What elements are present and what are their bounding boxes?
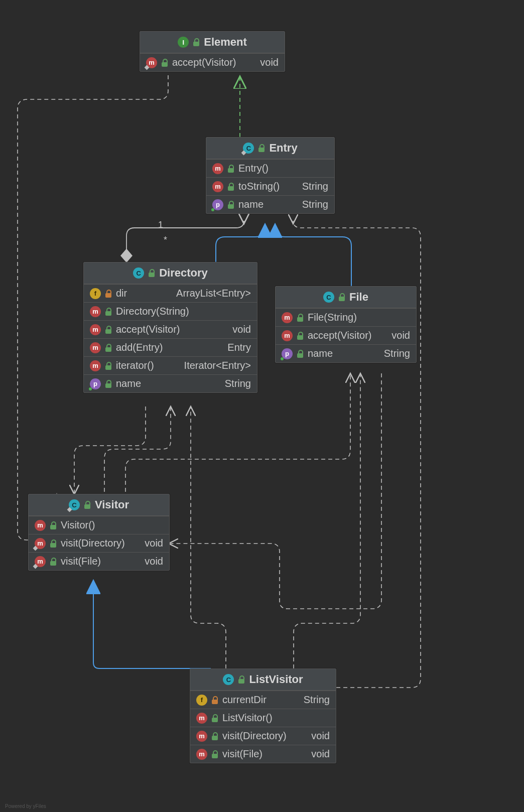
member-type: void — [260, 57, 279, 68]
method-icon: m — [282, 330, 293, 341]
lock-icon — [297, 350, 304, 358]
lock-icon — [105, 326, 112, 334]
class-header: C Directory — [84, 262, 257, 284]
method-icon: m — [90, 360, 101, 371]
uml-canvas: 1 * I Element m accept(Visitor) void C E… — [0, 0, 524, 812]
member-row: m visit(Directory) void — [29, 534, 169, 552]
lock-icon — [50, 539, 57, 548]
member-row: m add(Entry) Entry — [84, 338, 257, 356]
member-type: Entry — [227, 342, 251, 353]
footer-credit: Powered by yFiles — [5, 803, 46, 809]
class-name: File — [349, 291, 368, 304]
member-row: m accept(Visitor) void — [84, 320, 257, 338]
member-name: dir — [116, 288, 127, 299]
member-row: m visit(File) void — [190, 745, 336, 763]
member-name: Directory(String) — [116, 306, 189, 317]
method-icon: m — [90, 324, 101, 335]
member-row: f dir ArrayList<Entry> — [84, 284, 257, 302]
property-icon: p — [212, 199, 223, 210]
class-header: C File — [276, 287, 416, 308]
lock-icon — [84, 501, 91, 509]
member-name: toString() — [238, 181, 280, 192]
lock-icon — [297, 332, 304, 340]
class-icon: C — [323, 292, 334, 303]
multiplicity-one: 1 — [158, 220, 163, 230]
member-row: m toString() String — [206, 177, 334, 195]
class-file[interactable]: C File m File(String) m accept(Visitor) … — [275, 286, 417, 363]
member-row: p name String — [84, 374, 257, 392]
field-icon: f — [90, 288, 101, 299]
class-name: ListVisitor — [249, 673, 303, 686]
member-row: f currentDir String — [190, 691, 336, 709]
member-row: p name String — [276, 344, 416, 362]
lock-icon — [161, 59, 168, 67]
class-name: Entry — [269, 142, 297, 155]
member-row: p name String — [206, 195, 334, 213]
member-type: ArrayList<Entry> — [176, 288, 251, 299]
method-icon: m — [35, 520, 46, 531]
lock-icon — [238, 675, 245, 684]
member-name: add(Entry) — [116, 342, 163, 353]
class-icon: C — [69, 499, 80, 510]
member-row: m Visitor() — [29, 516, 169, 534]
lock-icon — [105, 308, 112, 316]
lock-icon — [148, 269, 155, 277]
member-name: accept(Visitor) — [172, 57, 236, 68]
member-type: String — [302, 181, 328, 192]
member-name: accept(Visitor) — [308, 330, 371, 341]
class-name: Directory — [159, 266, 208, 280]
class-entry[interactable]: C Entry m Entry() m toString() String p … — [206, 137, 335, 214]
lock-icon — [105, 290, 112, 298]
lock-icon — [227, 165, 234, 173]
lock-icon — [211, 696, 218, 704]
member-name: visit(File) — [222, 748, 263, 760]
member-type: Iterator<Entry> — [184, 360, 251, 371]
member-name: currentDir — [222, 694, 267, 706]
class-header: C Entry — [206, 138, 334, 159]
member-name: Entry() — [238, 163, 269, 174]
member-row: m iterator() Iterator<Entry> — [84, 356, 257, 374]
method-icon: m — [196, 749, 207, 760]
class-visitor[interactable]: C Visitor m Visitor() m visit(Directory)… — [28, 494, 170, 571]
class-element[interactable]: I Element m accept(Visitor) void — [140, 31, 285, 72]
member-row: m Directory(String) — [84, 302, 257, 320]
method-icon: m — [90, 306, 101, 317]
member-type: void — [391, 330, 410, 341]
member-row: m Entry() — [206, 159, 334, 177]
lock-icon — [193, 38, 200, 46]
field-icon: f — [196, 695, 207, 706]
class-icon: C — [243, 143, 254, 154]
property-icon: p — [90, 378, 101, 389]
class-directory[interactable]: C Directory f dir ArrayList<Entry> m Dir… — [83, 262, 257, 393]
member-row: m File(String) — [276, 308, 416, 326]
member-name: accept(Visitor) — [116, 324, 180, 335]
class-name: Element — [204, 36, 247, 49]
property-icon: p — [282, 348, 293, 359]
lock-icon — [297, 314, 304, 322]
member-name: visit(File) — [61, 556, 101, 567]
member-row: m visit(Directory) void — [190, 727, 336, 745]
member-name: iterator() — [116, 360, 154, 371]
lock-icon — [338, 293, 345, 301]
lock-icon — [105, 380, 112, 388]
method-icon: m — [196, 713, 207, 724]
interface-icon: I — [178, 37, 189, 48]
member-name: name — [116, 378, 141, 389]
member-type: void — [311, 730, 330, 742]
method-icon: m — [35, 538, 46, 549]
class-icon: C — [223, 674, 234, 685]
class-name: Visitor — [95, 498, 129, 511]
method-icon: m — [146, 57, 157, 68]
lock-icon — [211, 732, 218, 740]
class-icon: C — [133, 267, 144, 279]
lock-icon — [258, 144, 265, 152]
member-type: void — [145, 556, 163, 567]
method-icon: m — [282, 312, 293, 323]
member-type: String — [225, 378, 251, 389]
class-listvisitor[interactable]: C ListVisitor f currentDir String m List… — [190, 668, 336, 763]
lock-icon — [211, 714, 218, 722]
class-header: I Element — [140, 32, 285, 53]
member-type: void — [232, 324, 251, 335]
lock-icon — [105, 344, 112, 352]
lock-icon — [105, 362, 112, 370]
